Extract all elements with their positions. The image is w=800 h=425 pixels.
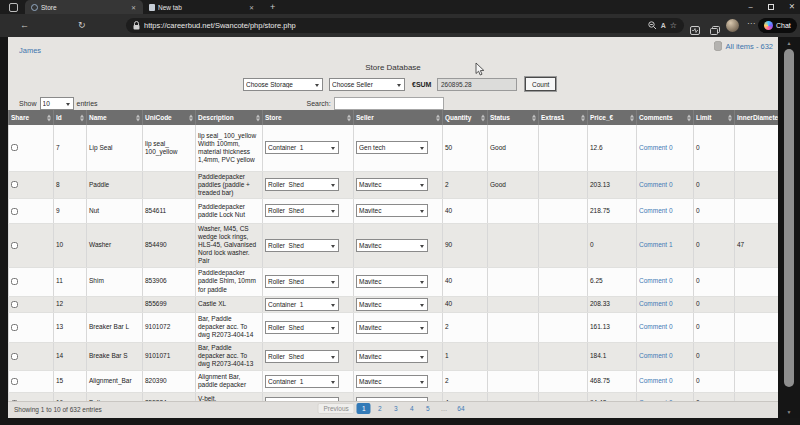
sort-icon[interactable] (256, 114, 260, 121)
comment-link[interactable]: Comment 0 (639, 277, 673, 284)
minimize-button[interactable]: – (749, 0, 753, 14)
seller-filter-select[interactable]: Choose Seller (330, 79, 404, 90)
share-checkbox[interactable] (11, 301, 18, 308)
scroll-down-icon[interactable]: ▼ (778, 409, 800, 415)
tab-close-icon[interactable]: ✕ (130, 4, 137, 11)
store-select[interactable]: Roller_Shed (266, 179, 338, 190)
seller-select[interactable]: Gen tech (357, 142, 427, 153)
search-input[interactable] (334, 97, 444, 110)
sort-icon[interactable] (347, 114, 351, 121)
sort-icon[interactable] (581, 114, 585, 121)
browser-tab[interactable]: Store✕ (25, 0, 143, 14)
column-header-description[interactable]: Description (196, 110, 263, 125)
sort-icon[interactable] (687, 114, 691, 121)
pagination-page-3[interactable]: 3 (389, 403, 403, 414)
pagination-page-5[interactable]: 5 (421, 403, 435, 414)
settings-menu-icon[interactable]: ⋯ (747, 19, 755, 28)
show-entries-select[interactable]: 10 (41, 98, 73, 109)
share-checkbox[interactable] (11, 353, 18, 360)
read-aloud-icon[interactable]: A (661, 22, 666, 29)
column-header-status[interactable]: Status (488, 110, 539, 125)
user-link[interactable]: James (19, 46, 41, 55)
column-header-quantity[interactable]: Quantity (443, 110, 488, 125)
sort-icon[interactable] (630, 114, 634, 121)
store-select[interactable]: Roller_Shed (266, 351, 338, 362)
close-button[interactable]: ✕ (789, 0, 795, 14)
sort-icon[interactable] (47, 114, 51, 121)
share-checkbox[interactable] (11, 181, 18, 188)
seller-select[interactable]: Mavitec (357, 179, 427, 190)
comment-link[interactable]: Comment 0 (639, 181, 673, 188)
seller-select[interactable]: Mavitec (357, 240, 427, 251)
back-icon[interactable]: ← (20, 20, 29, 30)
zoom-out-icon[interactable] (648, 21, 657, 30)
seller-select[interactable]: Mavitec (357, 322, 427, 333)
sort-icon[interactable] (532, 114, 536, 121)
column-header-id[interactable]: Id (54, 110, 87, 125)
scrollbar-thumb[interactable] (784, 49, 794, 387)
url-text[interactable]: https://careerbud.net/Swancote/php/store… (144, 21, 296, 30)
pagination-page-4[interactable]: 4 (405, 403, 419, 414)
chat-button[interactable]: Chat (758, 18, 797, 33)
refresh-icon[interactable]: ↻ (78, 20, 86, 30)
pagination-page-1[interactable]: 1 (357, 403, 371, 414)
scroll-up-icon[interactable]: ▲ (778, 40, 800, 46)
store-select[interactable]: Container_1 (266, 142, 338, 153)
share-checkbox[interactable] (11, 208, 18, 215)
share-checkbox[interactable] (11, 278, 18, 285)
seller-select[interactable]: Mavitec (357, 276, 427, 287)
vertical-scrollbar[interactable]: ▲ ▼ (778, 37, 800, 418)
sort-icon[interactable] (436, 114, 440, 121)
seller-select[interactable]: Mavitec (357, 299, 427, 310)
sort-icon[interactable] (481, 114, 485, 121)
sort-icon[interactable] (189, 114, 193, 121)
tab-close-icon[interactable]: ✕ (248, 4, 255, 11)
comment-link[interactable]: Comment 1 (639, 241, 673, 248)
profile-avatar[interactable] (726, 19, 739, 32)
comment-link[interactable]: Comment 0 (639, 300, 673, 307)
sort-icon[interactable] (80, 114, 84, 121)
all-items-link[interactable]: All items - 632 (714, 41, 773, 51)
seller-select[interactable]: Mavitec (357, 376, 427, 387)
count-button[interactable]: Count (525, 77, 556, 91)
column-header-price-[interactable]: Price_€ (588, 110, 637, 125)
store-select[interactable]: Roller_Shed (266, 205, 338, 216)
sort-icon[interactable] (136, 114, 140, 121)
share-checkbox[interactable] (11, 242, 18, 249)
column-header-name[interactable]: Name (87, 110, 143, 125)
maximize-button[interactable] (768, 4, 774, 10)
store-select[interactable]: Roller_Shed (266, 322, 338, 333)
column-header-limit[interactable]: Limit (694, 110, 735, 125)
column-header-extras1[interactable]: Extras1 (539, 110, 588, 125)
seller-select[interactable]: Mavitec (357, 205, 427, 216)
comment-link[interactable]: Comment 0 (639, 144, 673, 151)
new-tab-button[interactable]: + (270, 0, 275, 14)
store-select[interactable]: Container_1 (266, 299, 338, 310)
comment-link[interactable]: Comment 0 (639, 207, 673, 214)
column-header-comments[interactable]: Comments (637, 110, 694, 125)
sort-icon[interactable] (728, 114, 732, 121)
sum-input[interactable] (437, 78, 517, 91)
pagination-page-64[interactable]: 64 (453, 403, 468, 414)
store-select[interactable]: Container_1 (266, 376, 338, 387)
comment-link[interactable]: Comment 0 (639, 323, 673, 330)
browser-tab[interactable]: New tab✕ (143, 0, 261, 14)
column-header-share[interactable]: Share (9, 110, 54, 125)
column-header-innerdiameter[interactable]: InnerDiameter (735, 110, 779, 125)
storage-select[interactable]: Choose Storage (244, 79, 322, 90)
column-header-store[interactable]: Store (263, 110, 354, 125)
pagination-previous[interactable]: Previous (317, 403, 354, 414)
comment-link[interactable]: Comment 0 (639, 377, 673, 384)
favorite-star-icon[interactable]: ☆ (670, 21, 677, 30)
address-bar[interactable]: https://careerbud.net/Swancote/php/store… (126, 18, 684, 33)
pagination-page-2[interactable]: 2 (373, 403, 387, 414)
share-checkbox[interactable] (11, 378, 18, 385)
share-checkbox[interactable] (11, 324, 18, 331)
tab-list-icon[interactable] (9, 3, 18, 12)
store-select[interactable]: Roller_Shed (266, 240, 338, 251)
column-header-unicode[interactable]: UniCode (143, 110, 196, 125)
column-header-seller[interactable]: Seller (354, 110, 443, 125)
seller-select[interactable]: Mavitec (357, 351, 427, 362)
comment-link[interactable]: Comment 0 (639, 352, 673, 359)
store-select[interactable]: Roller_Shed (266, 276, 338, 287)
